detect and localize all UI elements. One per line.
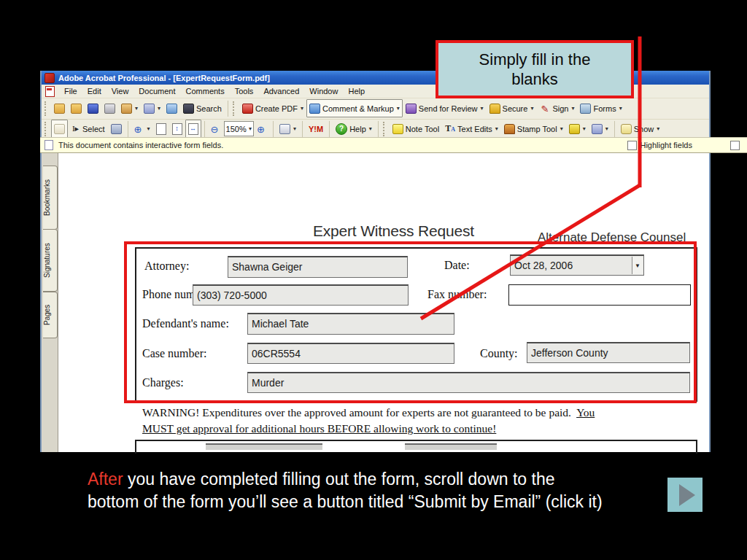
toolbar-separator [378,121,379,137]
search-button[interactable]: Search [180,99,225,117]
attach-button[interactable]: ▾ [141,99,163,117]
dropdown-caret-icon: ▾ [657,125,659,132]
zoom-out-icon: ⊖ [211,124,221,134]
sidebar-tab-pages[interactable]: Pages [43,292,58,338]
sidebar-tab-signatures[interactable]: Signatures [43,229,58,292]
secure-button[interactable]: Secure▾ [487,99,537,117]
fit-width-button[interactable]: ↔ [185,120,201,138]
toolbar-grip[interactable] [233,101,237,116]
save-icon [88,104,98,114]
menu-window[interactable]: Window [304,85,343,97]
dropdown-caret-icon: ▾ [560,125,563,132]
menu-help[interactable]: Help [343,85,370,97]
print-button[interactable] [101,99,118,117]
stamp-tool-button[interactable]: Stamp Tool▾ [501,120,566,138]
caption-highlight-word: After [88,470,123,489]
pdf-form-title: Expert Witness Request [313,222,474,240]
snapshot-tool-button[interactable] [108,120,125,138]
dropdown-caret-icon: ▾ [247,125,252,132]
open-button[interactable] [51,99,68,117]
menu-edit[interactable]: Edit [82,85,107,97]
toolbar-separator [128,121,128,137]
zoom-out-button[interactable]: ⊖ [208,120,224,138]
comment-markup-button[interactable]: Comment & Markup▾ [306,99,403,117]
cutoff-field[interactable] [206,443,322,450]
dropdown-caret-icon: ▾ [135,105,138,112]
slide: Adobe Acrobat Professional - [ExpertRequ… [0,0,747,560]
magnifier-plus-icon: ⊕ [134,124,144,134]
email-button[interactable] [163,99,180,117]
folder-icon [71,104,82,114]
fit-page-button[interactable]: ↕ [169,120,185,138]
callout-line1: Simply fill in the [479,50,591,69]
highlight-fields-checkbox[interactable] [627,141,637,150]
dropdown-caret-icon: ▾ [147,125,150,132]
dropdown-caret-icon: ▾ [397,105,400,112]
form-section-box-lower [135,440,697,454]
help-button[interactable]: ?Help▾ [333,120,375,138]
attach-comment-button[interactable]: ▾ [589,120,611,138]
zoom-in-button[interactable]: ⊕ [254,120,270,138]
lock-icon [489,104,500,114]
speech-bubble-icon [621,124,632,134]
pdf-document-icon [45,86,55,97]
text-edits-icon: TA [445,123,455,134]
open-folder-icon [54,104,65,114]
yahoo-messenger-icon: Y!M [309,125,323,133]
acrobat-app-icon [44,73,55,83]
toolbar-grip[interactable] [383,122,387,136]
open-recent-button[interactable] [68,99,85,117]
warning-text-line2: MUST get approval for additional hours B… [142,422,496,435]
sidebar-tab-bookmarks[interactable]: Bookmarks [43,166,58,230]
note-icon [392,124,403,134]
organizer-icon [121,104,132,114]
send-for-review-button[interactable]: Send for Review▾ [403,99,487,117]
camera-icon [111,124,122,134]
dropdown-caret-icon: ▾ [293,125,296,132]
printer-icon [104,104,115,114]
organizer-button[interactable]: ▾ [118,99,141,117]
toolbar-separator [273,121,274,137]
next-slide-button[interactable] [667,478,703,512]
forms-button[interactable]: Forms▾ [577,99,624,117]
create-pdf-icon [242,104,253,114]
menu-file[interactable]: File [59,85,82,97]
sign-button[interactable]: ✎Sign▾ [536,99,577,117]
save-button[interactable] [85,99,101,117]
toolbar-grip[interactable] [44,101,49,116]
dropdown-caret-icon: ▾ [495,125,498,132]
stamp-icon [504,124,515,134]
paperclip-icon [592,124,603,134]
pages-icon [279,124,290,134]
menu-advanced[interactable]: Advanced [258,85,304,97]
dropdown-caret-icon: ▾ [619,105,622,112]
page-display-button[interactable]: ▾ [276,120,299,138]
menu-comments[interactable]: Comments [181,85,230,97]
toolbar-separator [204,121,205,137]
text-edits-button[interactable]: TAText Edits▾ [442,120,501,138]
zoom-tool-button[interactable]: ⊕▾ [131,120,153,138]
highlighter-icon [569,124,580,134]
zoom-level-select[interactable]: 150% ▾ [224,121,254,136]
menu-tools[interactable]: Tools [230,85,259,97]
comment-markup-icon [309,104,320,114]
cutoff-checkbox[interactable] [730,141,740,150]
hand-tool-button[interactable] [51,120,68,138]
ibeam-icon: I▸ [71,124,80,134]
navigation-pane: Bookmarks Signatures Pages [42,153,58,452]
select-tool-button[interactable]: I▸Select [68,120,108,138]
create-pdf-button[interactable]: Create PDF▾ [239,99,306,117]
play-arrow-icon [679,484,695,506]
menu-document[interactable]: Document [133,85,180,97]
toolbar-grip[interactable] [44,122,49,136]
cutoff-field[interactable] [405,443,497,450]
dropdown-caret-icon: ▾ [571,105,574,112]
note-tool-button[interactable]: Note Tool [390,120,442,138]
menu-view[interactable]: View [107,85,134,97]
callout-box: Simply fill in the blanks [436,40,634,98]
yahoo-messenger-button[interactable]: Y!M [306,120,326,138]
actual-size-button[interactable] [153,120,169,138]
toolbar-tools: I▸Select ⊕▾ ↕ ↔ ⊖ 150% ▾ ⊕ ▾ Y!M ?Help▾ … [42,119,709,139]
highlighter-tool-button[interactable]: ▾ [566,120,589,138]
show-comments-button[interactable]: Show▾ [618,120,663,138]
